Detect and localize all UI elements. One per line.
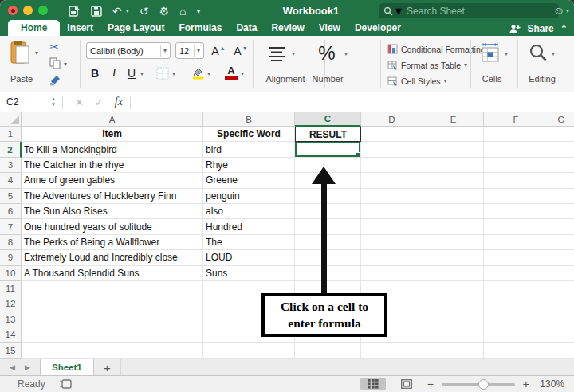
cell-G9[interactable]: [548, 250, 574, 265]
cell-A15[interactable]: [22, 343, 203, 358]
cell-C8[interactable]: [295, 235, 361, 250]
cell-A8[interactable]: The Perks of Being a Wallflower: [22, 235, 203, 250]
cell-D3[interactable]: [361, 158, 423, 173]
tab-view[interactable]: View: [312, 21, 348, 36]
column-header-B[interactable]: B: [203, 112, 295, 127]
fill-color-caret-icon[interactable]: ▾: [207, 70, 210, 77]
cell-B7[interactable]: Hundred: [203, 219, 295, 234]
cell-A10[interactable]: A Thousand Splendid Suns: [22, 266, 203, 281]
collapse-ribbon-icon[interactable]: ⌃: [560, 24, 568, 34]
cell-B4[interactable]: Greene: [203, 173, 295, 188]
cell-C2[interactable]: [295, 142, 361, 157]
cell-C15[interactable]: [295, 343, 361, 358]
row-header-12[interactable]: 12: [0, 296, 22, 312]
cell-B9[interactable]: LOUD: [203, 250, 295, 265]
next-sheet-icon[interactable]: ▶: [25, 363, 30, 371]
cell-B6[interactable]: also: [203, 204, 295, 219]
cell-G4[interactable]: [548, 173, 574, 188]
row-header-14[interactable]: 14: [0, 327, 22, 343]
cell-B10[interactable]: Suns: [203, 266, 295, 281]
copy-caret-icon[interactable]: ▾: [64, 61, 67, 68]
cell-G2[interactable]: [548, 142, 574, 157]
tab-page-layout[interactable]: Page Layout: [100, 21, 171, 36]
zoom-slider-knob[interactable]: [478, 379, 489, 390]
prev-sheet-icon[interactable]: ◀: [10, 363, 15, 371]
editing-caret-icon[interactable]: ▾: [552, 50, 555, 57]
editing-icon[interactable]: [529, 43, 548, 62]
cell-E14[interactable]: [423, 327, 484, 343]
number-format-icon[interactable]: %: [311, 42, 343, 65]
font-size-select[interactable]: 12▾: [175, 42, 204, 59]
cell-E10[interactable]: [423, 266, 484, 281]
number-label[interactable]: Number: [307, 74, 348, 84]
font-name-select[interactable]: Calibri (Body)▾: [86, 42, 171, 59]
toolbox-icon[interactable]: ⌂: [179, 6, 186, 17]
row-header-2[interactable]: 2: [0, 142, 22, 157]
cell-D9[interactable]: [361, 250, 423, 265]
cells-icon[interactable]: [480, 42, 501, 63]
name-box[interactable]: C2: [0, 92, 46, 112]
cell-C6[interactable]: [295, 204, 361, 219]
format-painter-icon[interactable]: [49, 74, 61, 86]
shrink-font-button[interactable]: A▼: [231, 42, 250, 60]
zoom-slider[interactable]: [442, 383, 515, 386]
cell-B3[interactable]: Rhye: [203, 158, 295, 173]
search-scope-caret-icon[interactable]: ▾: [395, 3, 402, 18]
settings-gear-icon[interactable]: ⚙: [159, 6, 169, 17]
bold-button[interactable]: B: [88, 65, 102, 82]
sheet-tab-sheet1[interactable]: Sheet1: [40, 359, 94, 375]
row-header-6[interactable]: 6: [0, 204, 22, 219]
cell-A3[interactable]: The Catcher in the rhye: [22, 158, 203, 173]
cells-caret-icon[interactable]: ▾: [505, 50, 508, 57]
cell-G5[interactable]: [548, 189, 574, 204]
cell-G11[interactable]: [548, 281, 574, 296]
row-header-9[interactable]: 9: [0, 250, 22, 265]
cancel-icon[interactable]: ✕: [75, 96, 84, 108]
row-header-7[interactable]: 7: [0, 219, 22, 234]
copy-icon[interactable]: [49, 57, 61, 69]
add-sheet-button[interactable]: +: [94, 359, 121, 375]
cell-G8[interactable]: [548, 235, 574, 250]
cell-G13[interactable]: [548, 312, 574, 327]
cell-A1[interactable]: Item: [22, 127, 203, 142]
cell-G6[interactable]: [548, 204, 574, 219]
cell-G10[interactable]: [548, 266, 574, 281]
cell-G7[interactable]: [548, 219, 574, 234]
tab-review[interactable]: Review: [264, 21, 311, 36]
tab-data[interactable]: Data: [229, 21, 264, 36]
cell-D15[interactable]: [361, 343, 423, 358]
grow-font-button[interactable]: A▲: [209, 42, 228, 60]
cell-G3[interactable]: [548, 158, 574, 173]
italic-button[interactable]: I: [107, 65, 121, 82]
page-layout-view-button[interactable]: [394, 378, 419, 390]
underline-caret-icon[interactable]: ▾: [140, 70, 144, 77]
cell-A12[interactable]: [22, 296, 203, 312]
cell-F6[interactable]: [484, 204, 548, 219]
cell-D4[interactable]: [361, 173, 423, 188]
font-color-icon[interactable]: A: [225, 65, 238, 80]
cell-C7[interactable]: [295, 219, 361, 234]
cells-label[interactable]: Cells: [472, 74, 512, 84]
cell-E13[interactable]: [423, 312, 484, 327]
cell-A9[interactable]: Extremely Loud and Incredibly close: [22, 250, 203, 265]
select-all-button[interactable]: [0, 112, 22, 127]
cell-E11[interactable]: [423, 281, 484, 296]
formula-input[interactable]: [132, 92, 574, 112]
tab-insert[interactable]: Insert: [60, 21, 100, 36]
cell-B1[interactable]: Specific Word: [203, 127, 295, 142]
cell-C10[interactable]: [295, 266, 361, 281]
minimize-button[interactable]: [23, 6, 33, 15]
underline-button[interactable]: U: [124, 65, 139, 82]
row-header-13[interactable]: 13: [0, 312, 22, 327]
column-header-A[interactable]: A: [22, 112, 203, 127]
zoom-level[interactable]: 130%: [537, 378, 564, 390]
cell-F7[interactable]: [484, 219, 548, 234]
cell-G15[interactable]: [548, 343, 574, 358]
column-header-F[interactable]: F: [484, 112, 548, 127]
cell-E4[interactable]: [423, 173, 484, 188]
column-header-C[interactable]: C: [295, 112, 361, 127]
cell-A13[interactable]: [22, 312, 203, 327]
search-field[interactable]: ▾ Search Sheet: [379, 3, 559, 18]
cell-A7[interactable]: One hundred years of solitude: [22, 219, 203, 234]
tab-home[interactable]: Home: [8, 20, 60, 36]
